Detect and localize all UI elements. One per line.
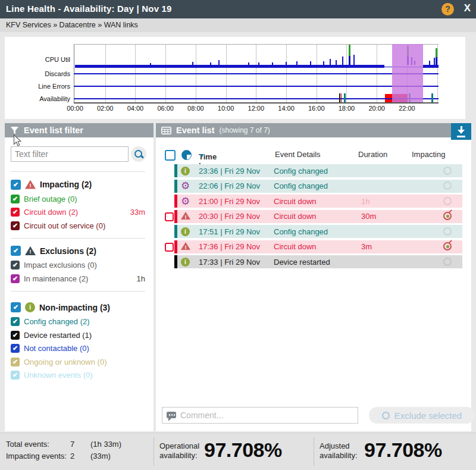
event-duration: 30m [361, 212, 376, 221]
chart-cpu-spike [286, 62, 287, 65]
chart-cpu-spike [323, 61, 324, 65]
event-time: 23:36 | Fri 29 Nov [199, 167, 260, 176]
event-details: Circuit down [274, 212, 317, 221]
checkbox[interactable]: ✔ [11, 261, 20, 270]
filter-item-label: In maintenance (2) [24, 274, 88, 283]
table-row[interactable]: ⚙21:00 | Fri 29 NovCircuit down1h [174, 195, 471, 208]
event-row[interactable]: ⚙22:06 | Fri 29 NovConfig changed [174, 180, 462, 193]
non-impacting-ring-icon [443, 197, 452, 207]
chart-cpu-spike [349, 45, 350, 65]
checkbox[interactable]: ✔ [11, 302, 21, 312]
chart-metric-line [74, 98, 439, 99]
chart-cpu-spike [310, 61, 311, 65]
chart-time-label: 02:00 [92, 105, 118, 112]
checkbox[interactable]: ✔ [11, 344, 20, 353]
event-table-header: Time | Date ▼ Event Details Duration Imp… [156, 148, 471, 162]
event-severity-bar [174, 180, 177, 193]
event-time: 17:51 | Fri 29 Nov [199, 227, 260, 236]
filter-item-label: Circuit out of service (0) [24, 221, 105, 230]
help-icon[interactable]: ? [441, 3, 454, 15]
filter-item[interactable]: ✔Circuit down (2)33m [5, 206, 154, 220]
event-duration: 1h [361, 197, 369, 206]
filter-item[interactable]: ✔Impact exclusions (0) [5, 259, 154, 272]
checkbox[interactable]: ✔ [11, 371, 20, 380]
checkbox[interactable]: ✔ [11, 358, 20, 366]
chart-time-label: 20:00 [364, 105, 390, 112]
checkbox[interactable]: ✔ [11, 208, 20, 217]
event-details: Config changed [274, 167, 328, 176]
checkbox[interactable]: ✔ [11, 331, 20, 340]
event-details: Circuit down [274, 242, 317, 251]
event-row[interactable]: i23:36 | Fri 29 NovConfig changed [174, 164, 462, 177]
checkbox[interactable]: ✔ [11, 195, 20, 203]
severity-pie-icon[interactable] [181, 150, 192, 160]
search-button[interactable] [131, 146, 146, 162]
impacting-target-icon [443, 212, 452, 222]
row-checkbox[interactable] [165, 243, 174, 252]
event-row[interactable]: i17:51 | Fri 29 NovConfig changed [174, 225, 462, 238]
checkbox[interactable]: ✔ [11, 317, 20, 326]
non-impacting-ring-icon [443, 258, 452, 268]
filter-item[interactable]: ✔Brief outage (0) [5, 192, 154, 206]
filter-item[interactable]: ✔Device restarted (1) [5, 328, 154, 342]
checkbox[interactable]: ✔ [11, 246, 21, 256]
checkbox[interactable]: ✔ [11, 221, 20, 230]
column-duration[interactable]: Duration [358, 150, 387, 159]
filter-item[interactable]: ✔Unknown events (0) [5, 369, 154, 383]
table-row[interactable]: !20:30 | Fri 29 NovCircuit down30m [174, 210, 471, 223]
close-icon[interactable]: X [464, 2, 471, 14]
chart-row-label: Discards [5, 70, 70, 77]
select-all-checkbox[interactable] [165, 150, 176, 161]
title-bar: Line Health - Availability: Day | Nov 19… [0, 0, 476, 18]
filter-item[interactable]: ✔In maintenance (2)1h [5, 272, 154, 286]
chart-time-label: 06:00 [152, 105, 178, 112]
filter-item-label: Circuit down (2) [24, 208, 78, 217]
checkbox[interactable]: ✔ [11, 180, 21, 190]
filter-item-label: Ongoing or unknown (0) [24, 358, 107, 366]
info-icon: i [181, 258, 190, 267]
sort-desc-icon: ▼ [199, 152, 205, 159]
filter-item[interactable]: ✔Not contactable (0) [5, 342, 154, 356]
chart-time-label: 16:00 [303, 105, 330, 112]
chart-maintenance-band [392, 44, 423, 102]
text-filter-input[interactable] [11, 146, 129, 162]
download-button[interactable] [451, 123, 471, 140]
filter-item[interactable]: ✔Ongoing or unknown (0) [5, 355, 154, 369]
column-event-details[interactable]: Event Details [275, 150, 321, 159]
chart-cpu-baseline [423, 65, 439, 68]
impacting-events-value: 2 [70, 452, 74, 460]
table-row[interactable]: ⚙22:06 | Fri 29 NovConfig changed [174, 180, 471, 193]
table-row[interactable]: i17:33 | Fri 29 NovDevice restarted [174, 255, 471, 268]
filter-item[interactable]: ✔Config changed (2) [5, 315, 154, 329]
column-impacting[interactable]: Impacting [412, 150, 445, 159]
table-row[interactable]: !17:36 | Fri 29 NovCircuit down3m [174, 240, 471, 253]
dialog-title: Line Health - Availability: Day | Nov 19 [6, 4, 172, 14]
mouse-cursor-icon [13, 134, 22, 147]
event-list-count: (showing 7 of 7) [219, 126, 270, 134]
chart-time-label: 22:00 [394, 105, 420, 112]
comment-row: Exclude selected [162, 407, 465, 424]
adjusted-availability-value: 97.708% [364, 438, 442, 462]
event-time: 22:06 | Fri 29 Nov [199, 181, 260, 190]
chart-time-label: 12:00 [243, 105, 269, 112]
event-row[interactable]: !20:30 | Fri 29 NovCircuit down30m [174, 210, 462, 223]
comment-input[interactable] [162, 407, 358, 424]
event-row[interactable]: !17:36 | Fri 29 NovCircuit down3m [174, 240, 462, 253]
table-row[interactable]: i17:51 | Fri 29 NovConfig changed [174, 225, 471, 238]
chart-cpu-spike [434, 58, 435, 65]
chart-cpu-spike [258, 62, 259, 65]
event-row[interactable]: ⚙21:00 | Fri 29 NovCircuit down1h [174, 195, 462, 208]
filter-item[interactable]: ✔Circuit out of service (0) [5, 219, 154, 233]
chart-availability-tick [341, 93, 342, 102]
chart-cpu-spike [248, 62, 249, 65]
chart-cpu-spike [192, 62, 193, 65]
row-checkbox[interactable] [165, 212, 174, 221]
chart-time-label: 04:00 [122, 105, 148, 112]
filter-section-label: Exclusions (2) [40, 246, 96, 256]
table-row[interactable]: i23:36 | Fri 29 NovConfig changed [174, 164, 471, 177]
checkbox[interactable]: ✔ [11, 274, 20, 283]
event-row[interactable]: i17:33 | Fri 29 NovDevice restarted [174, 255, 462, 268]
exclude-selected-button[interactable]: Exclude selected [369, 407, 475, 424]
line-health-dialog: Line Health - Availability: Day | Nov 19… [0, 0, 476, 470]
non-impacting-ring-icon [443, 167, 452, 177]
